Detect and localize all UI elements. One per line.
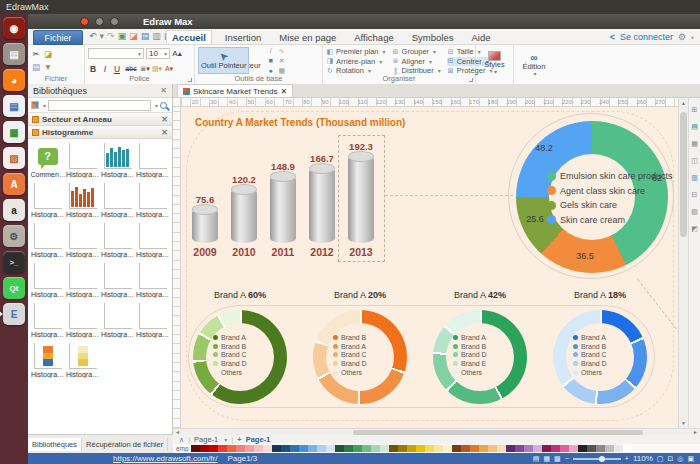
library-item[interactable]: Histogra… — [30, 263, 65, 298]
launcher-icon-libreoffice-calc[interactable]: ▦ — [3, 121, 25, 143]
vertical-scrollbar[interactable]: ▲ ▼ — [678, 98, 688, 428]
palette-swatch[interactable] — [227, 445, 236, 452]
library-item[interactable]: Histogra… — [65, 143, 100, 178]
palette-swatch[interactable] — [488, 445, 497, 452]
cylinder-bar[interactable] — [192, 208, 218, 243]
palette-swatch[interactable] — [308, 445, 317, 452]
save-icon[interactable]: ▤ — [141, 31, 150, 41]
view-normal-icon[interactable]: ▤ — [533, 455, 540, 463]
arrange-arri-re-plan[interactable]: ◨Arrière-plan▾ — [326, 57, 386, 67]
bold-button[interactable]: B — [88, 64, 98, 74]
italic-button[interactable]: I — [100, 64, 110, 74]
launcher-icon-firefox[interactable]: ◕ — [3, 69, 25, 91]
palette-swatch[interactable] — [299, 445, 308, 452]
palette-swatch[interactable] — [506, 445, 515, 452]
palette-swatch[interactable] — [452, 445, 461, 452]
library-item[interactable]: Histogra… — [30, 183, 65, 218]
tab-symboles[interactable]: Symboles — [407, 31, 459, 44]
minimize-button[interactable] — [95, 17, 104, 26]
add-page-button[interactable]: + — [237, 435, 241, 444]
vertical-scroll-thumb[interactable] — [680, 112, 687, 237]
arrange-dialog-launcher[interactable] — [469, 78, 473, 82]
palette-swatch[interactable] — [389, 445, 398, 452]
library-item[interactable]: Histogra… — [100, 223, 135, 258]
share-icon[interactable]: < — [610, 32, 615, 42]
palette-swatch[interactable] — [533, 445, 542, 452]
cut-icon[interactable]: ✂ — [31, 49, 41, 59]
palette-swatch[interactable] — [515, 445, 524, 452]
document-tab[interactable]: Skincare Market Trends ✕ — [177, 84, 293, 97]
library-section-histogram[interactable]: Histogramme ✕ — [28, 126, 172, 139]
library-close-icon[interactable]: ✕ — [160, 86, 167, 95]
palette-swatch[interactable] — [416, 445, 425, 452]
underline-button[interactable]: U — [112, 64, 122, 74]
library-search-input[interactable] — [48, 100, 151, 111]
tab-mise-en-page[interactable]: Mise en page — [274, 31, 341, 44]
library-item[interactable]: Histogra… — [100, 143, 135, 178]
palette-swatch[interactable] — [434, 445, 443, 452]
page-dropdown[interactable]: Page-1 — [194, 435, 218, 444]
palette-swatch[interactable] — [614, 445, 623, 452]
zoom-in-icon[interactable]: + — [625, 455, 629, 462]
zoom-out-icon[interactable]: − — [565, 455, 569, 462]
dropdown-icon[interactable]: ▾ — [100, 31, 105, 41]
cylinder-bar[interactable] — [270, 175, 296, 243]
library-item[interactable]: Histogra… — [30, 223, 65, 258]
palette-swatch[interactable] — [470, 445, 479, 452]
library-item[interactable]: Histogra… — [100, 303, 135, 338]
gear-icon[interactable]: ⚙ — [678, 32, 686, 42]
page-tab-active[interactable]: Page-1 — [246, 435, 271, 444]
palette-swatch[interactable] — [380, 445, 389, 452]
library-item[interactable]: Histogra… — [65, 183, 100, 218]
palette-swatch[interactable] — [335, 445, 344, 452]
launcher-icon-libreoffice-writer[interactable]: ▤ — [3, 95, 25, 117]
view-grid-icon[interactable]: ▦ — [543, 455, 550, 463]
palette-swatch[interactable] — [263, 445, 272, 452]
palette-swatch[interactable] — [344, 445, 353, 452]
palette-swatch[interactable] — [200, 445, 209, 452]
edit-button[interactable]: ∞Édition▾ — [517, 52, 551, 79]
tab-bibliotheques[interactable]: Bibliothèques — [28, 438, 82, 451]
arrange-premier-plan[interactable]: ◧Premier plan▾ — [326, 47, 386, 57]
palette-swatch[interactable] — [596, 445, 605, 452]
launcher-icon-software-center[interactable]: A — [3, 173, 25, 195]
palette-swatch[interactable] — [578, 445, 587, 452]
scroll-up-icon[interactable]: ▲ — [679, 98, 688, 108]
pin-icon[interactable]: ▪ — [691, 33, 694, 42]
palette-swatch[interactable] — [254, 445, 263, 452]
font-family-select[interactable]: ▾ — [88, 48, 144, 59]
format-painter-icon[interactable]: ◪ — [43, 49, 53, 59]
tab-aide[interactable]: Aide — [466, 31, 495, 44]
scroll-down-icon[interactable]: ▼ — [679, 418, 688, 428]
dropdown-icon[interactable]: ▾ — [224, 436, 227, 443]
collapse-icon[interactable]: ∧ — [179, 436, 184, 444]
sign-in-link[interactable]: Se connecter — [620, 32, 673, 42]
palette-swatch[interactable] — [605, 445, 614, 452]
close-button[interactable] — [80, 17, 89, 26]
tab-accueil[interactable]: Accueil — [166, 30, 212, 44]
arrange-aligner[interactable]: ≣Aligner▾ — [392, 57, 441, 67]
palette-swatch[interactable] — [551, 445, 560, 452]
view-full-icon[interactable]: ▩ — [554, 455, 561, 463]
palette-swatch[interactable] — [587, 445, 596, 452]
tab-close-icon[interactable]: ✕ — [280, 87, 287, 96]
highlight-icon[interactable]: ▨▾ — [152, 65, 162, 73]
panel-toggle-icon[interactable]: ▥ — [691, 174, 698, 182]
palette-swatch[interactable] — [542, 445, 551, 452]
panel-toggle-icon[interactable]: ◩ — [691, 225, 698, 233]
status-url-link[interactable]: https://www.edrawsoft.com/fr/ — [113, 454, 217, 463]
font-dialog-launcher[interactable] — [188, 78, 192, 82]
palette-swatch[interactable] — [524, 445, 533, 452]
library-item[interactable]: Histogra… — [65, 223, 100, 258]
library-item[interactable]: Histogra… — [135, 263, 170, 298]
undo-icon[interactable]: ↶ — [89, 31, 97, 41]
library-item[interactable]: Histogra… — [65, 303, 100, 338]
library-item[interactable]: Histogra… — [135, 183, 170, 218]
maximize-button[interactable] — [110, 17, 119, 26]
palette-swatch[interactable] — [443, 445, 452, 452]
selection-box[interactable] — [338, 135, 385, 262]
library-item[interactable]: ?Commen… — [30, 143, 65, 178]
palette-swatch[interactable] — [461, 445, 470, 452]
tab-affichage[interactable]: Affichage — [349, 31, 398, 44]
new-icon[interactable]: ▣ — [118, 31, 127, 41]
